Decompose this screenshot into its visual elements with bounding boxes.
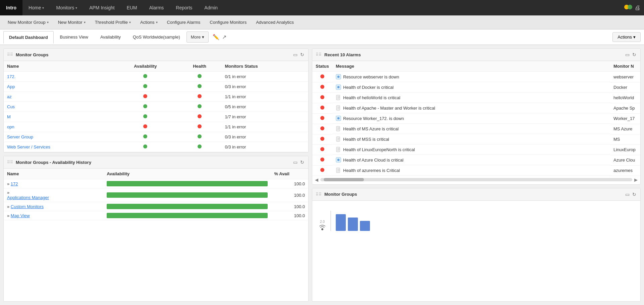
monitor-group-row[interactable]: az 1/1 in error <box>4 92 308 102</box>
alarms-minimize-icon[interactable]: ▭ <box>625 51 630 58</box>
avail-row: »Applications Manager 100.0 <box>4 188 308 202</box>
monitor-group-row[interactable]: M 1/7 in error <box>4 112 308 122</box>
nav-reports[interactable]: Reports <box>170 0 198 15</box>
monitor-group-row[interactable]: Cus 0/5 in error <box>4 102 308 112</box>
nav-new-monitor-group[interactable]: New Monitor Group ▾ <box>3 18 53 27</box>
mg-name: Web Server / Services <box>4 142 113 152</box>
notification-icon[interactable] <box>623 2 633 13</box>
alarm-status-cell <box>312 82 332 93</box>
scroll-left-icon[interactable]: ◀ <box>315 177 318 182</box>
alarm-row[interactable]: Health of Azure Cloud is critical Azure … <box>312 155 640 165</box>
chart-refresh-icon[interactable]: ↻ <box>632 191 637 198</box>
alarm-message-cell: Health of Apache - Master and Worker is … <box>332 103 610 113</box>
avail-row: » Map View 100.0 <box>4 211 308 220</box>
alarm-message-cell: Health of LinuxEuropeNorth is critical <box>332 144 610 155</box>
monitor-group-row[interactable]: opn 1/1 in error <box>4 122 308 132</box>
external-link-icon[interactable]: ↗ <box>221 33 228 42</box>
svg-point-16 <box>321 228 323 230</box>
alarm-status-cell <box>312 124 332 134</box>
alarms-refresh-icon[interactable]: ↻ <box>632 51 637 58</box>
avail-refresh-icon[interactable]: ↻ <box>300 159 305 166</box>
nav-admin[interactable]: Admin <box>198 0 224 15</box>
drag-grip-icon: ⠿⠿ <box>7 52 13 57</box>
scroll-right-icon[interactable]: ▶ <box>634 177 638 182</box>
nav-actions[interactable]: Actions ▾ <box>136 18 162 27</box>
alarm-status-cell <box>312 72 332 82</box>
nav-eum[interactable]: EUM <box>121 0 143 15</box>
avail-drag-grip-icon: ⠿⠿ <box>7 160 13 165</box>
monitor-group-row[interactable]: 172. 0/1 in error <box>4 72 308 82</box>
alarm-status-cell <box>312 113 332 124</box>
tab-qos-worldwide[interactable]: QoS Worldwide(sample) <box>127 31 186 43</box>
monitor-group-row[interactable]: Web Server / Services 0/3 in error <box>4 142 308 152</box>
avail-row: » 172 100.0 <box>4 179 308 188</box>
alarm-message-cell: Health of MSS is critical <box>332 134 610 144</box>
avail-col-pct: % Avail <box>271 169 308 179</box>
chart-wifi-icon <box>319 224 326 231</box>
mg-availability-dot <box>113 82 178 92</box>
avail-bar-cell <box>103 188 271 202</box>
monitor-groups-chart-area: 2.0 <box>312 201 640 234</box>
tab-actions-button[interactable]: Actions ▾ <box>612 32 641 42</box>
nav-apm[interactable]: APM Insight <box>83 0 120 15</box>
alarm-row[interactable]: Health of azuremes is Critical azuremes <box>312 165 640 176</box>
mg-health-dot <box>178 132 222 142</box>
mg-availability-dot <box>113 102 178 112</box>
alarm-monitor-cell: LinuxEurop <box>610 144 640 155</box>
alarm-row[interactable]: Resource webserver is down webserver <box>312 72 640 82</box>
nav-configure-monitors[interactable]: Configure Monitors <box>205 18 251 27</box>
alarm-status-cell <box>312 134 332 144</box>
nav-intro[interactable]: Intro <box>0 0 22 15</box>
tab-more[interactable]: More ▾ <box>186 32 209 43</box>
alarm-row[interactable]: Health of MSS is critical MS <box>312 134 640 144</box>
mg-availability-dot <box>113 72 178 82</box>
nav-monitors[interactable]: Monitors ▾ <box>50 0 83 15</box>
chart-minimize-icon[interactable]: ▭ <box>625 191 630 198</box>
nav-configure-alarms[interactable]: Configure Alarms <box>163 18 205 27</box>
tab-availability[interactable]: Availability <box>95 31 126 43</box>
alarm-message-cell: Resource Worker_172. is down <box>332 113 610 124</box>
nav-home[interactable]: Home ▾ <box>22 0 50 15</box>
tab-default-dashboard[interactable]: Default Dashboard <box>3 31 54 44</box>
page-icon <box>336 105 341 111</box>
alarm-row[interactable]: Health of Docker is critical Docker <box>312 82 640 93</box>
alarm-row[interactable]: Health of LinuxEuropeNorth is critical L… <box>312 144 640 155</box>
mg-status: 1/7 in error <box>221 112 308 122</box>
nav-advanced-analytics[interactable]: Advanced Analytics <box>252 18 298 27</box>
alarm-row[interactable]: Resource Worker_172. is down Worker_17 <box>312 113 640 124</box>
monitor-group-row[interactable]: App 0/3 in error <box>4 82 308 92</box>
alarm-row[interactable]: Health of MS Azure is critical MS Azure <box>312 124 640 134</box>
link-icon <box>336 84 341 90</box>
alarm-status-cell <box>312 165 332 176</box>
mg-availability-dot <box>113 112 178 122</box>
nav-alarms[interactable]: Alarms <box>143 0 170 15</box>
link-icon <box>336 116 341 121</box>
refresh-widget-icon[interactable]: ↻ <box>300 51 305 58</box>
monitor-groups-chart-header: ⠿⠿ Monitor Groups ▭ ↻ <box>312 188 640 201</box>
avail-bar-cell <box>103 211 271 220</box>
chart-drag-grip-icon: ⠿⠿ <box>316 192 322 197</box>
mg-status: 0/3 in error <box>221 132 308 142</box>
monitor-group-row[interactable]: Server Group 0/3 in error <box>4 132 308 142</box>
chart-bar-3 <box>360 221 370 231</box>
left-panel: ⠿⠿ Monitor Groups ▭ ↻ Name Availability … <box>3 48 309 302</box>
avail-minimize-icon[interactable]: ▭ <box>292 159 298 166</box>
alarm-row[interactable]: Health of Apache - Master and Worker is … <box>312 103 640 113</box>
minimize-widget-icon[interactable]: ▭ <box>292 51 298 58</box>
alarm-row[interactable]: Health of helloWorld is critical helloWo… <box>312 93 640 103</box>
alarm-status-cell <box>312 103 332 113</box>
home-arrow-icon: ▾ <box>42 6 44 10</box>
print-icon[interactable]: 🖨 <box>635 4 641 11</box>
new-monitor-arrow-icon: ▾ <box>84 20 86 24</box>
tabs-bar: Default Dashboard Business View Availabi… <box>0 29 644 45</box>
edit-tab-icon[interactable]: ✏️ <box>211 33 221 42</box>
alarm-message-cell: Health of Azure Cloud is critical <box>332 155 610 165</box>
mg-name: Server Group <box>4 132 113 142</box>
avail-bar-cell <box>103 202 271 211</box>
horizontal-scrollbar[interactable] <box>320 178 632 181</box>
nav-threshold-profile[interactable]: Threshold Profile ▾ <box>91 18 135 27</box>
avail-widget-header-controls: ▭ ↻ <box>292 159 305 166</box>
nav-new-monitor[interactable]: New Monitor ▾ <box>54 18 90 27</box>
tab-business-view[interactable]: Business View <box>54 31 94 43</box>
mg-name: az <box>4 92 113 102</box>
